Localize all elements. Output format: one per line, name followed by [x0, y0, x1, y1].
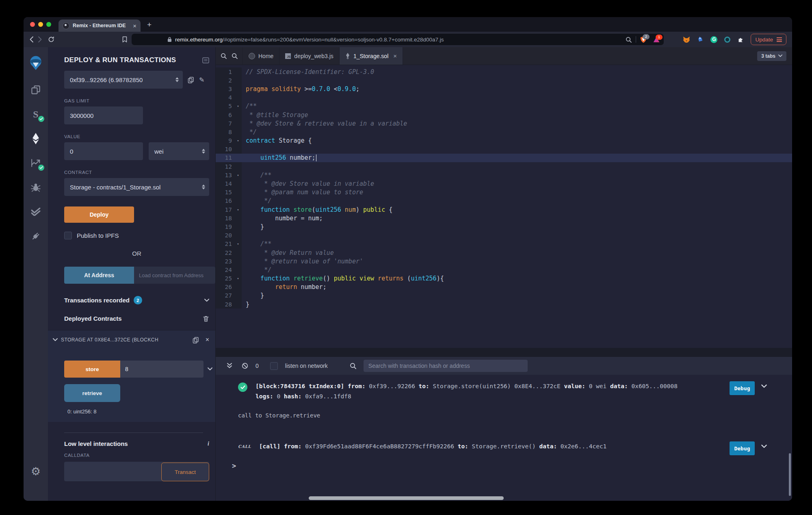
- expand-log-icon[interactable]: [761, 445, 767, 448]
- panel-header-icon[interactable]: [202, 57, 209, 63]
- chevron-down-icon[interactable]: [53, 338, 58, 341]
- code-line[interactable]: 9▾contract Storage {: [216, 137, 792, 145]
- expand-terminal-icon[interactable]: [227, 363, 232, 369]
- code-line[interactable]: 27 }: [216, 291, 792, 300]
- at-address-input[interactable]: [134, 267, 215, 284]
- solidity-compiler-icon[interactable]: S: [30, 108, 42, 120]
- close-tab-icon[interactable]: ×: [393, 52, 397, 59]
- grammarly-icon[interactable]: G: [710, 36, 717, 43]
- brave-shield-icon[interactable]: 2: [640, 36, 647, 43]
- code-line[interactable]: 17▾ function store(uint256 num) public {: [216, 205, 792, 214]
- store-argument-input[interactable]: [120, 361, 204, 378]
- new-tab-button[interactable]: +: [147, 23, 152, 27]
- terminal-scrollbar[interactable]: [789, 453, 791, 496]
- gas-limit-input[interactable]: 3000000: [64, 106, 143, 124]
- extensions-puzzle-icon[interactable]: [737, 36, 744, 43]
- fold-marker-icon[interactable]: ▾: [234, 102, 242, 111]
- code-line[interactable]: 19 }: [216, 222, 792, 231]
- deploy-and-run-icon[interactable]: [30, 133, 42, 145]
- at-address-button[interactable]: At Address: [64, 267, 134, 284]
- code-line[interactable]: 6 * @title Storage: [216, 111, 792, 119]
- code-line[interactable]: 13▾ /**: [216, 171, 792, 179]
- code-line[interactable]: 7 * @dev Store & retrieve value in a var…: [216, 119, 792, 128]
- close-window-button[interactable]: [30, 22, 35, 27]
- update-button[interactable]: Update: [751, 34, 786, 45]
- zoom-page-icon[interactable]: [626, 37, 632, 43]
- code-editor[interactable]: 1// SPDX-License-Identifier: GPL-3.023pr…: [216, 65, 792, 348]
- code-line[interactable]: 5▾/**: [216, 102, 792, 111]
- debug-button[interactable]: Debug: [730, 441, 755, 455]
- code-line[interactable]: 23 * @return value of 'number': [216, 257, 792, 265]
- chevron-down-icon[interactable]: [204, 299, 209, 302]
- store-button[interactable]: store: [64, 361, 120, 378]
- plugin-manager-icon[interactable]: [30, 230, 42, 242]
- code-line[interactable]: 20: [216, 231, 792, 240]
- code-line[interactable]: 3pragma solidity >=0.7.0 <0.9.0;: [216, 85, 792, 93]
- code-line[interactable]: 14 * @dev Store value in variable: [216, 179, 792, 188]
- code-line[interactable]: 25▾ function retrieve() public view retu…: [216, 274, 792, 283]
- code-line[interactable]: 12: [216, 162, 792, 171]
- fold-marker-icon[interactable]: ▾: [234, 205, 242, 214]
- value-input[interactable]: 0: [64, 142, 143, 160]
- code-line[interactable]: 11 uint256 number;: [216, 154, 792, 162]
- unit-select[interactable]: wei: [149, 142, 209, 160]
- terminal-resize-handle[interactable]: [216, 348, 792, 357]
- metamask-icon[interactable]: [683, 36, 690, 43]
- menu-icon[interactable]: [777, 37, 782, 42]
- edit-account-icon[interactable]: ✎: [199, 76, 204, 84]
- retrieve-button[interactable]: retrieve: [64, 384, 120, 402]
- fold-marker-icon[interactable]: ▾: [234, 274, 242, 283]
- fold-marker-icon[interactable]: ▾: [234, 240, 242, 248]
- trash-icon[interactable]: [203, 315, 209, 322]
- tab-home[interactable]: Home: [243, 47, 279, 65]
- static-analysis-icon[interactable]: [30, 157, 42, 169]
- code-line[interactable]: 18 number = num;: [216, 214, 792, 222]
- remix-logo-icon[interactable]: [27, 54, 45, 72]
- minimize-window-button[interactable]: [38, 22, 43, 27]
- transact-button[interactable]: Transact: [161, 463, 209, 481]
- listen-network-checkbox[interactable]: [270, 362, 278, 370]
- debugger-icon[interactable]: [30, 181, 42, 193]
- code-line[interactable]: 22 * @dev Return value: [216, 248, 792, 257]
- browser-tab[interactable]: Remix - Ethereum IDE ×: [58, 20, 141, 32]
- clear-console-icon[interactable]: [242, 363, 248, 369]
- tab-close-icon[interactable]: ×: [133, 22, 136, 29]
- tab-deploy-web3[interactable]: JS deploy_web3.js: [279, 47, 340, 65]
- code-line[interactable]: 24 */: [216, 265, 792, 274]
- code-line[interactable]: 15 * @param num value to store: [216, 188, 792, 197]
- back-button[interactable]: [29, 36, 34, 43]
- file-explorer-icon[interactable]: [30, 84, 42, 96]
- code-line[interactable]: 4: [216, 93, 792, 102]
- maximize-window-button[interactable]: [46, 22, 51, 27]
- triangle-extension-icon[interactable]: 1: [653, 37, 660, 43]
- code-line[interactable]: 2: [216, 76, 792, 85]
- reload-button[interactable]: [48, 36, 54, 43]
- code-line[interactable]: 16 */: [216, 197, 792, 205]
- account-select[interactable]: 0xf39...92266 (6.98782850: [64, 71, 183, 89]
- circle-extension-icon[interactable]: [724, 37, 730, 43]
- tabs-count-button[interactable]: 3 tabs: [757, 51, 786, 61]
- forward-button[interactable]: [38, 36, 42, 43]
- code-line[interactable]: 26 return number;: [216, 283, 792, 291]
- deploy-button[interactable]: Deploy: [64, 206, 134, 223]
- settings-gear-icon[interactable]: ⚙: [24, 465, 48, 478]
- zoom-out-icon[interactable]: [221, 53, 227, 59]
- expand-log-icon[interactable]: [761, 385, 767, 388]
- code-line[interactable]: 10: [216, 145, 792, 154]
- unit-testing-icon[interactable]: [30, 206, 42, 218]
- code-line[interactable]: 28}: [216, 300, 792, 309]
- tag-extension-icon[interactable]: [697, 36, 704, 43]
- code-line[interactable]: 8 */: [216, 128, 792, 136]
- terminal-search-input[interactable]: [364, 360, 528, 372]
- remove-contract-icon[interactable]: ×: [206, 336, 209, 343]
- url-bar[interactable]: remix.ethereum.org/#optimize=false&runs=…: [132, 34, 664, 45]
- code-line[interactable]: 21▾ /**: [216, 240, 792, 248]
- contract-select[interactable]: Storage - contracts/1_Storage.sol: [64, 178, 209, 196]
- code-line[interactable]: 1// SPDX-License-Identifier: GPL-3.0: [216, 67, 792, 76]
- info-icon[interactable]: i: [208, 441, 209, 447]
- terminal-prompt[interactable]: >: [216, 462, 792, 470]
- copy-account-icon[interactable]: [188, 76, 194, 83]
- publish-ipfs-checkbox[interactable]: [64, 232, 72, 239]
- bookmark-icon[interactable]: [122, 36, 128, 43]
- tab-storage-sol[interactable]: 1_Storage.sol ×: [340, 47, 403, 65]
